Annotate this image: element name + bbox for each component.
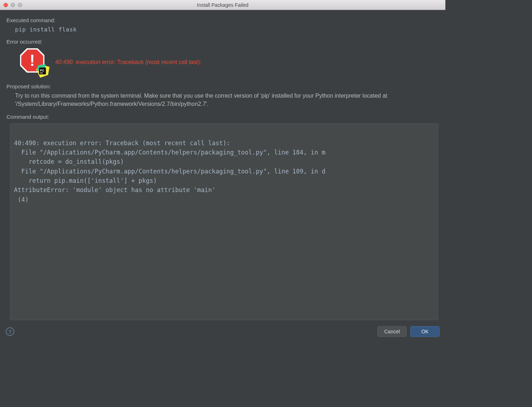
dialog-footer: ? Cancel OK <box>0 324 445 341</box>
command-output-textarea[interactable]: 40:490: execution error: Traceback (most… <box>10 123 438 320</box>
ok-button-label: OK <box>421 329 429 334</box>
executed-command-label: Executed command: <box>6 17 439 23</box>
error-message: 40:490: execution error: Traceback (most… <box>55 59 201 65</box>
help-button[interactable]: ? <box>6 327 14 336</box>
ok-button[interactable]: OK <box>410 326 440 337</box>
close-window-button[interactable] <box>4 3 8 7</box>
window-title: Install Packages Failed <box>0 2 445 8</box>
pycharm-app-icon: PC <box>35 63 50 78</box>
dialog-body: Executed command: pip install flask Erro… <box>0 10 445 324</box>
dialog-window: Install Packages Failed Executed command… <box>0 0 445 341</box>
command-output-label: Command output: <box>6 114 439 120</box>
maximize-window-button[interactable] <box>18 3 22 7</box>
error-icon-group: ! PC <box>20 48 48 76</box>
window-controls <box>4 3 22 7</box>
help-icon: ? <box>8 329 11 335</box>
titlebar[interactable]: Install Packages Failed <box>0 0 445 10</box>
svg-text:PC: PC <box>40 69 44 72</box>
svg-rect-5 <box>40 73 43 73</box>
error-occurred-label: Error occurred: <box>6 39 439 45</box>
proposed-solution-label: Proposed solution: <box>6 83 439 89</box>
proposed-solution-text: Try to run this command from the system … <box>15 92 439 108</box>
error-row: ! PC 40:490: execution error: Traceback … <box>20 48 439 76</box>
cancel-button[interactable]: Cancel <box>377 326 407 337</box>
executed-command-value: pip install flask <box>15 26 439 33</box>
minimize-window-button[interactable] <box>11 3 15 7</box>
cancel-button-label: Cancel <box>384 329 400 334</box>
